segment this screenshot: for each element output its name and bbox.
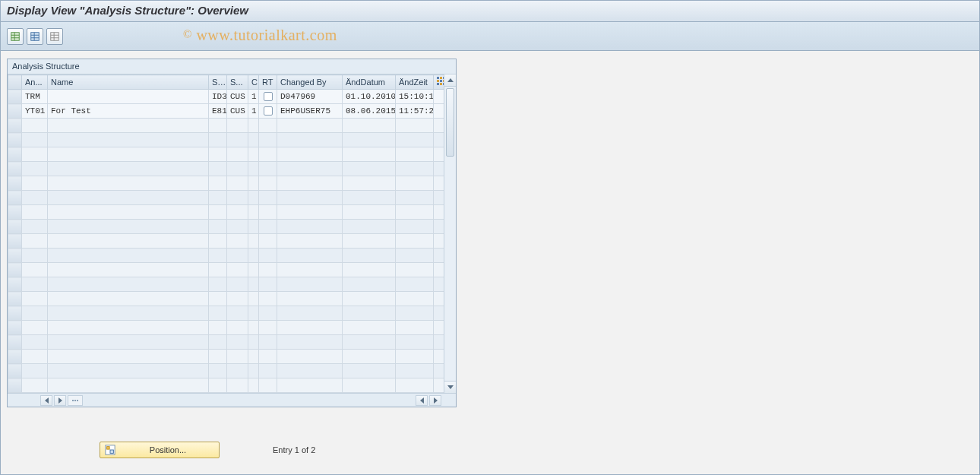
table-row (8, 364, 444, 378)
footer: Position... Entry 1 of 2 (1, 442, 979, 458)
header-row: An... Name S... S... C RT Changed By Änd… (8, 75, 444, 90)
vertical-scrollbar[interactable] (444, 74, 456, 393)
row-selector[interactable] (8, 306, 22, 321)
col-and-datum[interactable]: ÄndDatum (343, 75, 396, 90)
row-selector[interactable] (8, 378, 22, 393)
row-selector[interactable] (8, 191, 22, 205)
scroll-thumb[interactable] (446, 88, 454, 157)
toolbar-button-1[interactable] (7, 28, 24, 45)
svg-rect-8 (51, 32, 59, 40)
table-row (8, 176, 444, 191)
cell-cfg (434, 90, 444, 104)
col-rt[interactable]: RT (259, 75, 277, 90)
table-row (8, 205, 444, 220)
hscroll-track-left[interactable] (68, 395, 83, 406)
toolbar-button-3[interactable] (46, 28, 63, 45)
svg-rect-13 (107, 447, 110, 450)
chevron-left-icon (45, 397, 49, 404)
configure-columns-icon (437, 77, 444, 86)
row-selector[interactable] (8, 364, 22, 378)
cell-an: YT01 (22, 104, 48, 119)
col-s2[interactable]: S... (227, 75, 248, 90)
scroll-up-button[interactable] (444, 74, 456, 87)
row-selector[interactable] (8, 321, 22, 335)
horizontal-scrollbar (8, 393, 456, 407)
row-selector[interactable] (8, 205, 22, 220)
row-selector[interactable] (8, 335, 22, 350)
col-and-zeit[interactable]: ÄndZeit (396, 75, 434, 90)
table-row (8, 220, 444, 234)
position-icon (105, 445, 115, 455)
cell-and-zeit: 11:57:2 (396, 104, 434, 119)
table-all-icon (30, 31, 40, 42)
row-selector[interactable] (8, 263, 22, 277)
page-title: Display View "Analysis Structure": Overv… (7, 4, 973, 17)
row-selector[interactable] (8, 147, 22, 162)
col-name[interactable]: Name (48, 75, 209, 90)
scroll-down-button[interactable] (444, 381, 456, 393)
row-selector[interactable] (8, 119, 22, 133)
table-row (8, 162, 444, 176)
cell-c: 1 (248, 104, 259, 119)
svg-rect-14 (110, 450, 113, 453)
col-changed-by[interactable]: Changed By (277, 75, 343, 90)
title-bar: Display View "Analysis Structure": Overv… (1, 1, 979, 22)
cell-changed-by: D047969 (277, 90, 343, 104)
row-selector[interactable] (8, 90, 22, 104)
chevron-down-icon (447, 385, 454, 389)
hscroll-right-col-button[interactable] (54, 395, 66, 406)
hscroll-right-button[interactable] (429, 395, 441, 406)
cell-changed-by: EHP6USER75 (277, 104, 343, 119)
row-selector[interactable] (8, 249, 22, 263)
row-selector[interactable] (8, 220, 22, 234)
table-row[interactable]: TRMID3CUS1D04796901.10.201015:10:1 (8, 90, 444, 104)
cell-name (48, 90, 209, 104)
table-row[interactable]: YT01For TestE81CUS1EHP6USER7508.06.20151… (8, 104, 444, 119)
table-row (8, 133, 444, 147)
entry-count-text: Entry 1 of 2 (273, 445, 315, 454)
row-selector[interactable] (8, 234, 22, 249)
cell-rt[interactable] (259, 104, 277, 119)
position-button-label: Position... (122, 445, 214, 454)
toolbar-button-2[interactable] (27, 28, 43, 45)
col-an[interactable]: An... (22, 75, 48, 90)
cell-an: TRM (22, 90, 48, 104)
chevron-right-icon (58, 397, 62, 404)
svg-rect-4 (31, 32, 40, 40)
table-row (8, 249, 444, 263)
col-s1[interactable]: S... (209, 75, 227, 90)
alv-panel: Analysis Structure (7, 59, 457, 407)
row-selector[interactable] (8, 162, 22, 176)
cell-s1: ID3 (209, 90, 227, 104)
col-select-all[interactable] (8, 75, 22, 90)
table-row (8, 378, 444, 393)
row-selector[interactable] (8, 133, 22, 147)
scroll-track[interactable] (444, 87, 456, 381)
cell-s1: E81 (209, 104, 227, 119)
table-deselect-icon (49, 31, 60, 42)
row-selector[interactable] (8, 277, 22, 292)
cell-cfg (434, 104, 444, 119)
row-selector[interactable] (8, 292, 22, 306)
alv-grid: An... Name S... S... C RT Changed By Änd… (8, 74, 456, 407)
chevron-left-icon (420, 397, 424, 404)
col-c[interactable]: C (248, 75, 259, 90)
position-button[interactable]: Position... (100, 442, 220, 458)
cell-and-zeit: 15:10:1 (396, 90, 434, 104)
content-area: Analysis Structure (1, 51, 979, 415)
checkbox-icon (264, 92, 273, 101)
table-select-icon (10, 31, 21, 42)
cell-and-datum: 01.10.2010 (343, 90, 396, 104)
cell-name: For Test (48, 104, 209, 119)
chevron-right-icon (434, 397, 438, 404)
table-row (8, 147, 444, 162)
col-configure[interactable] (434, 75, 444, 90)
hscroll-left-col-button[interactable] (40, 395, 52, 406)
table-row (8, 234, 444, 249)
hscroll-left-button[interactable] (416, 395, 428, 406)
toolbar: © © www.tutorialkart.comwww.tutorialkart… (1, 22, 979, 51)
row-selector[interactable] (8, 350, 22, 364)
cell-rt[interactable] (259, 90, 277, 104)
row-selector[interactable] (8, 104, 22, 119)
row-selector[interactable] (8, 176, 22, 191)
